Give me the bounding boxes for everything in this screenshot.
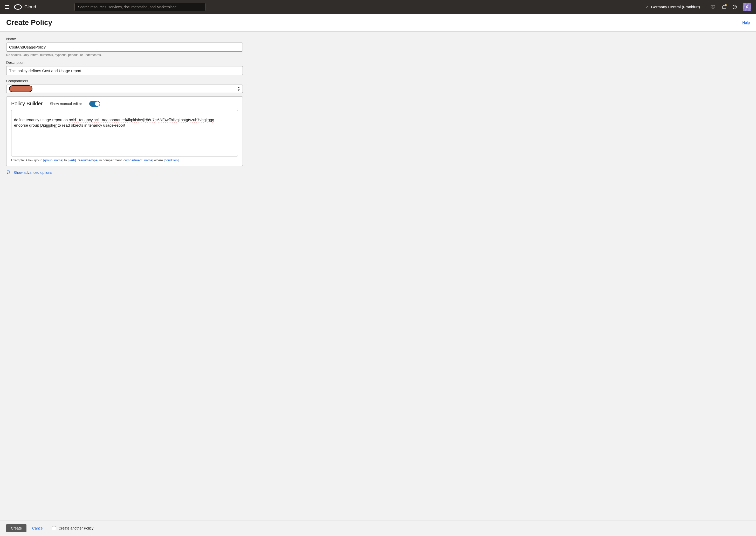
compartment-select[interactable] — [6, 84, 243, 93]
name-input[interactable] — [6, 43, 243, 51]
policy-text: endorse group — [14, 123, 40, 127]
main-content: Name No spaces. Only letters, numerals, … — [0, 32, 756, 520]
oracle-o-icon — [14, 4, 22, 10]
help-link[interactable]: Help — [742, 20, 750, 25]
policy-text: to read objects in tenancy usage-report — [56, 123, 125, 127]
create-button[interactable]: Create — [6, 524, 26, 532]
description-label: Description — [6, 60, 243, 65]
footer-action-bar: Create Cancel Create another Policy — [0, 520, 756, 536]
compartment-redacted-pill — [9, 85, 32, 92]
hamburger-menu-icon[interactable] — [5, 5, 9, 9]
advanced-options-row: Show advanced options — [6, 170, 243, 175]
compartment-field: Compartment — [6, 79, 243, 93]
page-header: Create Policy Help — [0, 14, 756, 32]
example-condition-placeholder: [condition] — [164, 158, 179, 162]
name-field: Name No spaces. Only letters, numerals, … — [6, 37, 243, 57]
description-input[interactable] — [6, 66, 243, 75]
policy-builder-title: Policy Builder — [11, 101, 43, 107]
create-another-checkbox[interactable] — [52, 526, 56, 530]
toggle-knob — [95, 101, 100, 106]
page-title: Create Policy — [6, 18, 52, 27]
show-advanced-options-link[interactable]: Show advanced options — [14, 170, 52, 175]
top-navbar: Cloud Germany Central (Frankfurt) — [0, 0, 756, 14]
dev-tools-icon[interactable] — [710, 4, 715, 10]
search-input[interactable] — [75, 3, 206, 11]
notification-dot — [725, 4, 727, 6]
example-group-placeholder: [group_name] — [43, 158, 63, 162]
notification-bell-icon[interactable] — [721, 4, 726, 10]
cancel-link[interactable]: Cancel — [32, 526, 44, 530]
example-resource-placeholder: [resource-type] — [77, 158, 98, 162]
policy-statements-textarea[interactable]: define tenancy usage-report as ocid1.ten… — [11, 110, 238, 156]
svg-point-6 — [746, 6, 748, 7]
name-label: Name — [6, 37, 243, 41]
description-field: Description — [6, 60, 243, 75]
help-icon[interactable] — [732, 4, 737, 10]
brand-logo[interactable]: Cloud — [14, 4, 36, 10]
user-avatar[interactable] — [743, 3, 751, 11]
policy-builder-panel: Policy Builder Show manual editor define… — [6, 96, 243, 166]
chevron-down-icon — [645, 5, 649, 9]
region-selector[interactable]: Germany Central (Frankfurt) — [645, 5, 700, 9]
example-verb-placeholder: [verb] — [68, 158, 76, 162]
name-hint: No spaces. Only letters, numerals, hyphe… — [6, 53, 243, 57]
manual-editor-toggle-label: Show manual editor — [50, 102, 82, 106]
create-another-label[interactable]: Create another Policy — [59, 526, 94, 530]
policy-group-name: Digiusher — [40, 123, 56, 127]
brand-text: Cloud — [24, 4, 36, 10]
sliders-icon — [6, 170, 11, 175]
manual-editor-toggle[interactable] — [89, 101, 100, 107]
policy-example-hint: Example: Allow group [group_name] to [ve… — [11, 158, 238, 162]
policy-ocid: ocid1.tenancy.oc1..aaaaaaaaned4fkpkisbwj… — [69, 117, 214, 122]
policy-text: define tenancy usage-report as — [14, 117, 69, 122]
region-label: Germany Central (Frankfurt) — [651, 5, 700, 9]
svg-rect-0 — [711, 5, 715, 8]
compartment-label: Compartment — [6, 79, 243, 83]
example-compartment-placeholder: [compartment_name] — [122, 158, 153, 162]
global-search — [75, 3, 206, 11]
